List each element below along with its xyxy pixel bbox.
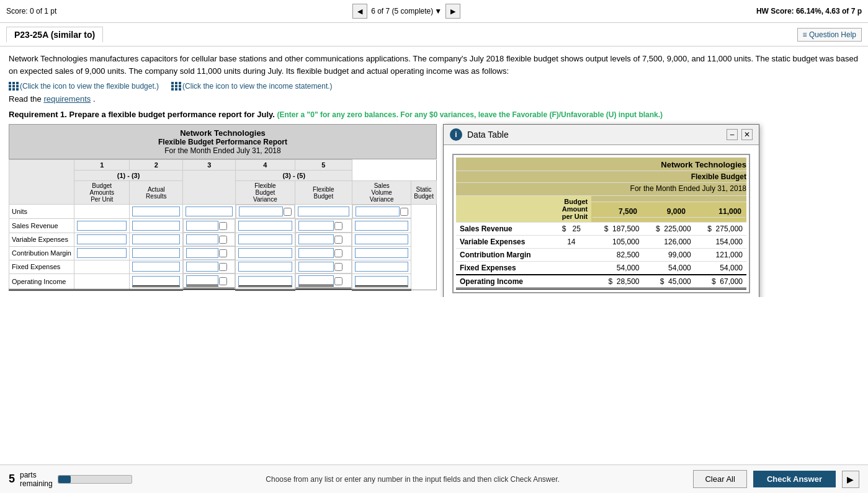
sales-flex-variance-check[interactable] bbox=[219, 222, 227, 230]
question-tab: P23-25A (similar to) bbox=[6, 27, 103, 42]
col1-header: 1 bbox=[74, 160, 130, 171]
oper-flex-variance-input[interactable] bbox=[186, 275, 218, 286]
contrib-9000-cell: 99,000 bbox=[643, 249, 694, 262]
col45-header: (3) - (5) bbox=[236, 171, 352, 181]
sales-symbol-cell: $ 25 bbox=[551, 223, 591, 236]
contrib-flex-budget-input[interactable] bbox=[238, 248, 292, 258]
fixed-expenses-row: Fixed Expenses bbox=[9, 260, 437, 273]
units-static-check[interactable] bbox=[400, 208, 408, 216]
sales-7500-cell: $ 187,500 bbox=[591, 223, 643, 236]
perf-report-header: Network Technologies Flexible Budget Per… bbox=[9, 124, 437, 159]
fixed-7500-cell: 54,000 bbox=[591, 262, 643, 275]
operating-income-label: Operating Income bbox=[9, 273, 74, 290]
oper-static-budget-input[interactable] bbox=[355, 276, 408, 287]
oper-7500-cell: $ 28,500 bbox=[591, 275, 643, 289]
requirement-label: Requirement 1. Prepare a flexible budget… bbox=[9, 110, 859, 119]
progress-dropdown[interactable]: 6 of 7 (5 complete) ▼ bbox=[371, 7, 442, 16]
inner-empty-header bbox=[456, 196, 551, 223]
flexible-budget-link[interactable]: (Click the icon to view the flexible bud… bbox=[9, 82, 159, 91]
units-static-budget-input[interactable] bbox=[356, 207, 400, 216]
perf-report-table: 1 2 3 4 5 (1) - (3) (3) - (5) Budget bbox=[9, 159, 437, 291]
oper-income-data-row: Operating Income $ 28,500 $ 45,000 bbox=[456, 275, 746, 289]
contrib-budget-per-unit-input[interactable] bbox=[77, 248, 127, 258]
contrib-margin-label: Contribution Margin bbox=[9, 246, 74, 260]
oper-flex-budget-input[interactable] bbox=[238, 276, 292, 287]
question-help-button[interactable]: ≡ Question Help bbox=[797, 28, 862, 42]
var-vol-variance-input[interactable] bbox=[298, 234, 334, 244]
oper-actual-input[interactable] bbox=[132, 276, 180, 287]
title-bar: P23-25A (similar to) ≡ Question Help bbox=[0, 23, 868, 47]
fixed-flex-variance-check[interactable] bbox=[219, 263, 227, 271]
close-button[interactable]: ✕ bbox=[741, 129, 753, 140]
requirements-line: Read the requirements . bbox=[9, 94, 859, 104]
units-header-row bbox=[591, 196, 746, 202]
minimize-button[interactable]: – bbox=[727, 129, 738, 140]
sales-vol-variance-check[interactable] bbox=[334, 222, 342, 230]
sales-static-budget-input[interactable] bbox=[355, 221, 408, 231]
sales-vol-variance-input[interactable] bbox=[298, 221, 334, 231]
fixed-9000-cell: 54,000 bbox=[643, 262, 694, 275]
var-flex-variance-input[interactable] bbox=[186, 234, 218, 244]
actual-results-header: Actual Results bbox=[130, 181, 183, 205]
contrib-actual-input[interactable] bbox=[132, 248, 180, 258]
var-static-budget-input[interactable] bbox=[355, 234, 408, 244]
budget-amount-header: Budget Amount per Unit bbox=[551, 196, 591, 223]
col3-spacer bbox=[183, 171, 236, 205]
inner-data-table: Network Technologies Flexible Budget For… bbox=[456, 158, 746, 290]
sales-revenue-data-row: Sales Revenue $ 25 $ 187,500 bbox=[456, 223, 746, 236]
fixed-expenses-label: Fixed Expenses bbox=[9, 260, 74, 273]
sales-flex-variance-input[interactable] bbox=[186, 221, 218, 231]
fixed-flex-variance-input[interactable] bbox=[186, 262, 218, 272]
main-layout: Network Technologies Flexible Budget Per… bbox=[9, 124, 859, 291]
operating-income-row: Operating Income bbox=[9, 273, 437, 290]
fixed-vol-variance-check[interactable] bbox=[334, 263, 342, 271]
help-icon: ≡ bbox=[803, 30, 807, 39]
next-question-button[interactable]: ▶ bbox=[445, 4, 460, 19]
requirements-link[interactable]: requirements bbox=[43, 94, 91, 104]
var-flex-variance-check[interactable] bbox=[219, 236, 227, 244]
contrib-vol-variance-input[interactable] bbox=[298, 248, 334, 258]
income-statement-link[interactable]: (Click the icon to view the income state… bbox=[171, 82, 332, 91]
contrib-flex-variance-check[interactable] bbox=[219, 249, 227, 257]
contrib-flex-variance-input[interactable] bbox=[186, 248, 218, 258]
var-expenses-row: Variable Expenses bbox=[9, 233, 437, 246]
fixed-flex-budget-input[interactable] bbox=[238, 262, 292, 272]
units-flex-budget-check[interactable] bbox=[284, 208, 292, 216]
var-budget-per-unit-input[interactable] bbox=[77, 234, 127, 244]
fixed-actual-input[interactable] bbox=[132, 262, 180, 272]
hw-score-display: HW Score: 66.14%, 4.63 of 7 p bbox=[756, 7, 862, 16]
var-per-unit-cell: 14 bbox=[551, 236, 591, 249]
col12-header: (1) - (3) bbox=[74, 171, 183, 181]
units-actual-input[interactable] bbox=[132, 207, 180, 216]
icon-links: (Click the icon to view the flexible bud… bbox=[9, 82, 859, 91]
units-sales-variance-input[interactable] bbox=[298, 207, 350, 216]
oper-vol-variance-input[interactable] bbox=[298, 275, 334, 286]
oper-flex-variance-check[interactable] bbox=[219, 277, 227, 285]
sales-flex-budget-input[interactable] bbox=[238, 221, 292, 231]
units-flex-variance-input[interactable] bbox=[186, 207, 233, 216]
sales-11000-cell: $ 275,000 bbox=[695, 223, 746, 236]
units-flex-budget-input[interactable] bbox=[239, 207, 282, 216]
var-vol-variance-check[interactable] bbox=[334, 236, 342, 244]
sales-actual-input[interactable] bbox=[132, 221, 180, 231]
fixed-vol-variance-input[interactable] bbox=[298, 262, 334, 272]
fixed-static-budget-input[interactable] bbox=[355, 262, 408, 272]
var-flex-budget-input[interactable] bbox=[238, 234, 292, 244]
static-budget-header: Static Budget bbox=[411, 181, 437, 205]
popup-controls: – ✕ bbox=[727, 129, 753, 140]
col4-header: 4 bbox=[236, 160, 295, 171]
contrib-static-budget-input[interactable] bbox=[355, 248, 408, 258]
units-7500: 7,500 bbox=[593, 206, 641, 218]
popup-header: i Data Table – ✕ bbox=[444, 125, 759, 145]
units-row: Units bbox=[9, 205, 437, 219]
sales-budget-per-unit-input[interactable] bbox=[77, 221, 127, 231]
var-exp-data-label: Variable Expenses bbox=[456, 236, 551, 249]
var-7500-cell: 105,000 bbox=[591, 236, 643, 249]
contrib-vol-variance-check[interactable] bbox=[334, 249, 342, 257]
prev-question-button[interactable]: ◀ bbox=[352, 4, 367, 19]
var-actual-input[interactable] bbox=[132, 234, 180, 244]
units-label: Units bbox=[9, 205, 74, 219]
var-9000-cell: 126,000 bbox=[643, 236, 694, 249]
units-11000: 11,000 bbox=[689, 206, 745, 218]
oper-vol-variance-check[interactable] bbox=[334, 277, 342, 285]
